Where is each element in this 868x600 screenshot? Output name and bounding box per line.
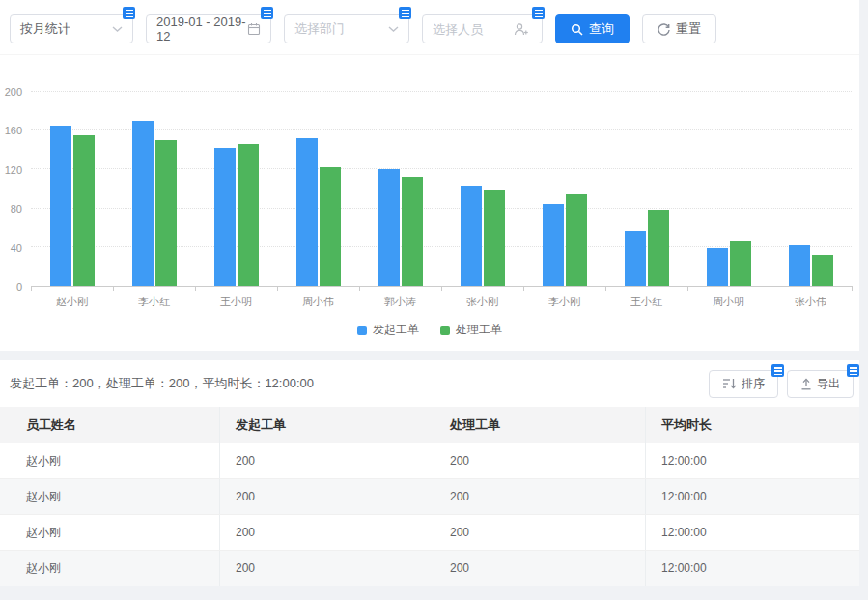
column-header: 平均时长 xyxy=(646,407,859,443)
table-panel: 发起工单：200，处理工单：200，平均时长：12:00:00 排序 导出 员工… xyxy=(0,360,859,586)
column-header: 发起工单 xyxy=(220,407,434,443)
legend-item[interactable]: 处理工单 xyxy=(440,322,502,338)
bar-initiated[interactable] xyxy=(132,121,154,286)
legend-item[interactable]: 发起工单 xyxy=(357,322,419,338)
department-select[interactable]: 选择部门 xyxy=(284,14,409,43)
bar-processed[interactable] xyxy=(730,241,751,286)
bar-processed[interactable] xyxy=(402,177,423,286)
bar-processed[interactable] xyxy=(484,190,505,286)
table-cell: 200 xyxy=(434,443,646,478)
bar-processed[interactable] xyxy=(155,140,177,286)
table-cell: 12:00:00 xyxy=(646,443,859,478)
chart-plot[interactable] xyxy=(31,92,852,287)
table-cell: 12:00:00 xyxy=(646,551,859,586)
table-row[interactable]: 赵小刚20020012:00:00 xyxy=(0,478,859,514)
add-person-icon xyxy=(514,22,529,36)
x-axis-tick xyxy=(605,286,606,291)
bar-initiated[interactable] xyxy=(543,204,564,286)
refresh-icon xyxy=(658,23,670,36)
query-button-label: 查询 xyxy=(589,20,614,38)
x-axis-tick xyxy=(277,286,278,291)
sort-button[interactable]: 排序 xyxy=(709,370,778,398)
table-cell: 200 xyxy=(220,551,434,586)
component-badge-icon[interactable] xyxy=(771,364,784,377)
x-axis-label: 张小刚 xyxy=(441,295,523,309)
x-axis-label: 王小红 xyxy=(605,295,687,309)
x-axis-tick xyxy=(441,286,442,291)
bar-initiated[interactable] xyxy=(214,148,236,286)
x-axis-tick xyxy=(770,286,770,291)
table-cell: 200 xyxy=(434,515,646,550)
component-badge-icon[interactable] xyxy=(532,7,545,19)
table-row[interactable]: 赵小刚20020012:00:00 xyxy=(0,514,859,550)
table-cell: 赵小刚 xyxy=(0,515,220,550)
x-axis-tick xyxy=(852,286,853,291)
x-axis-label: 周小明 xyxy=(687,295,770,309)
filter-toolbar: 按月统计 2019-01 - 2019-12 选择部门 xyxy=(0,0,859,55)
bar-processed[interactable] xyxy=(320,167,341,286)
y-axis-tick-label: 80 xyxy=(11,203,22,214)
bar-group xyxy=(277,92,359,286)
x-axis-label: 张小伟 xyxy=(770,295,852,309)
bar-initiated[interactable] xyxy=(461,186,482,287)
table-cell: 赵小刚 xyxy=(0,443,220,478)
bar-group xyxy=(359,92,441,286)
table-cell: 12:00:00 xyxy=(646,479,859,514)
column-header: 处理工单 xyxy=(434,407,646,443)
chart-xlabels: 赵小刚李小红王小明周小伟郭小涛张小刚李小刚王小红周小明张小伟 xyxy=(31,295,852,309)
bar-group xyxy=(687,92,770,286)
y-axis-tick-label: 120 xyxy=(5,164,22,176)
stat-type-value: 按月统计 xyxy=(20,20,112,38)
x-axis-tick xyxy=(113,286,114,291)
export-button-label: 导出 xyxy=(817,376,840,392)
bar-initiated[interactable] xyxy=(789,245,810,286)
table-actions: 排序 导出 xyxy=(709,370,854,398)
bar-processed[interactable] xyxy=(812,255,833,286)
table-row[interactable]: 赵小刚20020012:00:00 xyxy=(0,550,859,586)
bar-chart: 04080120160200 赵小刚李小红王小明周小伟郭小涛张小刚李小刚王小红周… xyxy=(0,72,859,353)
chart-legend: 发起工单处理工单 xyxy=(0,322,859,338)
table-cell: 200 xyxy=(220,515,434,550)
table-row[interactable]: 赵小刚20020012:00:00 xyxy=(0,443,859,478)
table-cell: 12:00:00 xyxy=(646,515,859,550)
bar-processed[interactable] xyxy=(566,194,587,286)
table-body: 赵小刚20020012:00:00赵小刚20020012:00:00赵小刚200… xyxy=(0,443,859,586)
table-cell: 200 xyxy=(434,551,646,586)
legend-label: 处理工单 xyxy=(456,322,502,338)
export-button[interactable]: 导出 xyxy=(787,370,854,398)
person-input[interactable] xyxy=(433,22,514,37)
table-cell: 200 xyxy=(220,479,434,514)
table-cell: 赵小刚 xyxy=(0,479,220,514)
column-header: 员工姓名 xyxy=(0,407,220,443)
date-range-picker[interactable]: 2019-01 - 2019-12 xyxy=(146,14,271,43)
bar-initiated[interactable] xyxy=(625,231,646,286)
bar-initiated[interactable] xyxy=(50,126,71,286)
bar-initiated[interactable] xyxy=(707,248,728,286)
component-badge-icon[interactable] xyxy=(847,364,859,377)
query-button[interactable]: 查询 xyxy=(555,14,630,43)
bar-initiated[interactable] xyxy=(378,169,400,286)
bar-processed[interactable] xyxy=(648,210,669,286)
bar-processed[interactable] xyxy=(73,135,95,286)
y-axis-tick-label: 160 xyxy=(5,125,22,136)
person-select[interactable] xyxy=(422,14,543,43)
component-badge-icon[interactable] xyxy=(399,7,411,19)
summary-bar: 发起工单：200，处理工单：200，平均时长：12:00:00 排序 导出 xyxy=(0,360,859,407)
reset-button[interactable]: 重置 xyxy=(642,14,716,43)
component-badge-icon[interactable] xyxy=(123,7,135,19)
bar-initiated[interactable] xyxy=(296,138,318,286)
y-axis-tick-label: 0 xyxy=(16,281,22,293)
stat-type-select[interactable]: 按月统计 xyxy=(10,14,133,43)
chevron-down-icon xyxy=(388,26,399,32)
bar-processed[interactable] xyxy=(238,144,259,286)
summary-text: 发起工单：200，处理工单：200，平均时长：12:00:00 xyxy=(10,375,709,392)
x-axis-tick xyxy=(687,286,688,291)
sort-icon xyxy=(722,378,737,389)
search-icon xyxy=(571,23,583,36)
component-badge-icon[interactable] xyxy=(261,7,273,19)
x-axis-label: 郭小涛 xyxy=(359,295,441,309)
bar-group xyxy=(31,92,113,286)
bar-group xyxy=(113,92,195,286)
data-table: 员工姓名发起工单处理工单平均时长 赵小刚20020012:00:00赵小刚200… xyxy=(0,407,859,586)
calendar-icon xyxy=(247,22,261,36)
